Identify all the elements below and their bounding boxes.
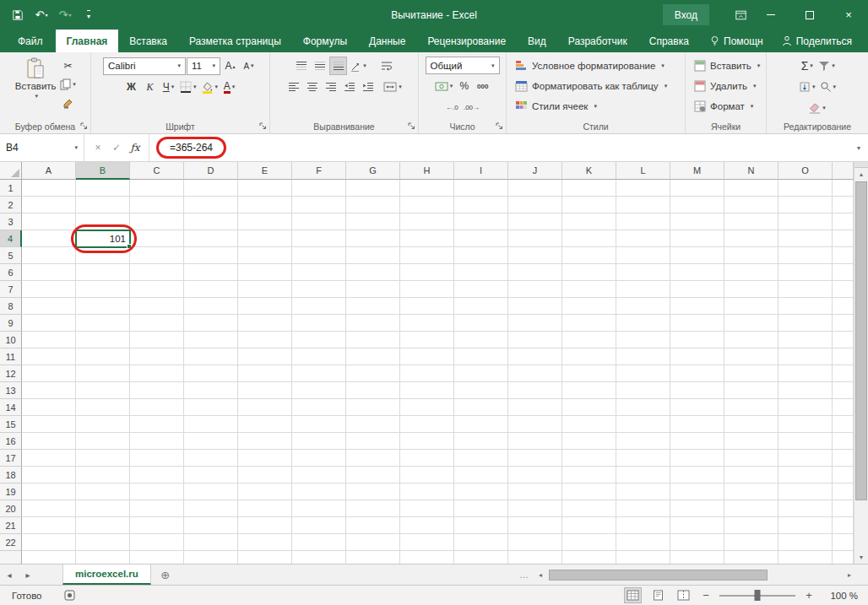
cancel-button[interactable]: ×: [90, 142, 106, 154]
cell-F18[interactable]: [292, 467, 346, 483]
cell-B20[interactable]: [76, 500, 130, 517]
cell-J10[interactable]: [508, 332, 562, 348]
save-button[interactable]: [7, 4, 29, 26]
cell-A17[interactable]: [22, 450, 76, 467]
cell-G4[interactable]: [346, 230, 400, 247]
cell-D8[interactable]: [184, 298, 238, 315]
cell-K19[interactable]: [562, 483, 616, 500]
align-middle-button[interactable]: [311, 57, 328, 75]
cell-J19[interactable]: [508, 483, 562, 500]
number-format-select[interactable]: Общий▾: [426, 57, 500, 74]
cell-H12[interactable]: [400, 365, 454, 382]
cell-F9[interactable]: [292, 315, 346, 332]
cell-L4[interactable]: [616, 230, 670, 247]
cell-J18[interactable]: [508, 467, 562, 483]
cell-B7[interactable]: [76, 281, 130, 298]
cell-B3[interactable]: [76, 213, 130, 230]
cell-K4[interactable]: [562, 230, 616, 247]
cell-M11[interactable]: [670, 348, 724, 365]
cell-M17[interactable]: [670, 450, 724, 467]
cell-E8[interactable]: [238, 298, 292, 315]
cell-E18[interactable]: [238, 467, 292, 483]
cell-G20[interactable]: [346, 500, 400, 517]
cell-O9[interactable]: [778, 315, 833, 332]
cell-A7[interactable]: [22, 281, 76, 298]
cell-F4[interactable]: [292, 230, 346, 247]
cell-J9[interactable]: [508, 315, 562, 332]
cell-E2[interactable]: [238, 197, 292, 213]
cell-C8[interactable]: [130, 298, 184, 315]
cell-J3[interactable]: [508, 213, 562, 230]
cell-K1[interactable]: [562, 180, 616, 197]
cell-G10[interactable]: [346, 332, 400, 348]
cell-M1[interactable]: [670, 180, 724, 197]
cell-G17[interactable]: [346, 450, 400, 467]
cell-G9[interactable]: [346, 315, 400, 332]
cell-O7[interactable]: [778, 281, 833, 298]
cell-C4[interactable]: [130, 230, 184, 247]
cell-H20[interactable]: [400, 500, 454, 517]
cell-K20[interactable]: [562, 500, 616, 517]
cell-N4[interactable]: [724, 230, 778, 247]
fill-button[interactable]: ▾: [797, 78, 817, 96]
percent-style-button[interactable]: %: [455, 77, 473, 95]
cell-G22[interactable]: [346, 534, 400, 551]
copy-button[interactable]: ▾: [58, 75, 78, 94]
cell-L8[interactable]: [616, 298, 670, 315]
cell-M16[interactable]: [670, 433, 724, 450]
cell-O10[interactable]: [778, 332, 833, 348]
column-header-K[interactable]: K: [562, 162, 616, 180]
sort-filter-button[interactable]: ▾: [816, 57, 837, 75]
increase-indent-button[interactable]: [359, 78, 377, 96]
close-button[interactable]: ×: [829, 0, 868, 30]
cell-filler[interactable]: [778, 551, 833, 564]
cell-E11[interactable]: [238, 348, 292, 365]
cell-B11[interactable]: [76, 348, 130, 365]
cell-A15[interactable]: [22, 416, 76, 433]
cell-F10[interactable]: [292, 332, 346, 348]
cell-B1[interactable]: [76, 180, 130, 197]
cell-H3[interactable]: [400, 213, 454, 230]
cell-C17[interactable]: [130, 450, 184, 467]
cell-B8[interactable]: [76, 298, 130, 315]
cell-K7[interactable]: [562, 281, 616, 298]
row-header-21[interactable]: 21: [0, 517, 22, 534]
ribbon-tab-9[interactable]: Справка: [638, 30, 700, 52]
cell-K15[interactable]: [562, 416, 616, 433]
cell-L20[interactable]: [616, 500, 670, 517]
fill-color-button[interactable]: ▾: [199, 78, 220, 96]
cells-item-3[interactable]: Формат▾: [692, 97, 756, 115]
cell-M5[interactable]: [670, 247, 724, 264]
cell-filler[interactable]: [130, 551, 184, 564]
row-header-12[interactable]: 12: [0, 365, 22, 382]
cell-H2[interactable]: [400, 197, 454, 213]
orientation-button[interactable]: ▾: [348, 57, 368, 75]
macro-record-button[interactable]: [64, 590, 75, 601]
cell-C6[interactable]: [130, 264, 184, 281]
cell-J8[interactable]: [508, 298, 562, 315]
cell-O5[interactable]: [778, 247, 833, 264]
styles-item-2[interactable]: Форматировать как таблицу▾: [513, 77, 670, 95]
cell-C19[interactable]: [130, 483, 184, 500]
cell-N1[interactable]: [724, 180, 778, 197]
formula-bar-expand-icon[interactable]: ▾: [849, 144, 868, 152]
ribbon-tab-5[interactable]: Данные: [358, 30, 416, 52]
comma-style-button[interactable]: 000: [474, 77, 491, 95]
vertical-scroll-track[interactable]: [854, 181, 868, 551]
cell-B19[interactable]: [76, 483, 130, 500]
cell-C20[interactable]: [130, 500, 184, 517]
styles-item-3[interactable]: Стили ячеек▾: [513, 97, 599, 115]
cell-M4[interactable]: [670, 230, 724, 247]
cell-O12[interactable]: [778, 365, 833, 382]
column-header-D[interactable]: D: [184, 162, 238, 180]
cell-G12[interactable]: [346, 365, 400, 382]
cell-L15[interactable]: [616, 416, 670, 433]
bold-button[interactable]: Ж: [122, 78, 140, 96]
cell-H6[interactable]: [400, 264, 454, 281]
cell-J15[interactable]: [508, 416, 562, 433]
fill-handle[interactable]: [127, 244, 132, 249]
cell-I8[interactable]: [454, 298, 508, 315]
row-header-15[interactable]: 15: [0, 416, 22, 433]
decrease-decimal-button[interactable]: [462, 98, 481, 116]
row-header-22[interactable]: 22: [0, 534, 22, 551]
